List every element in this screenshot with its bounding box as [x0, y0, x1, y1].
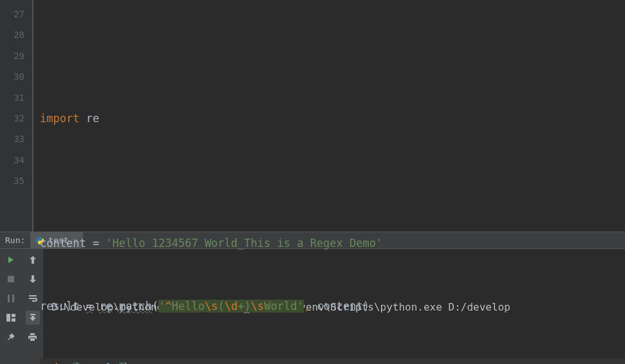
- string-literal: 'Hello 1234567 World_This is a Regex Dem…: [106, 237, 382, 250]
- code-line: [40, 46, 625, 66]
- line-gutter: 27 28 29 30 31 32 33 34 35: [0, 0, 32, 232]
- pin-button[interactable]: [4, 330, 18, 344]
- code-text: result: [40, 300, 86, 313]
- run-label: Run:: [0, 235, 30, 245]
- code-text: match: [119, 300, 152, 313]
- string-literal: (: [218, 300, 225, 313]
- identifier: re: [79, 112, 99, 125]
- string-literal: ': [158, 300, 165, 313]
- softwrap-button[interactable]: [26, 291, 40, 305]
- down-button[interactable]: [26, 272, 40, 286]
- keyword: import: [40, 112, 79, 125]
- line-number: 34: [0, 150, 24, 170]
- code-text: .: [113, 300, 119, 313]
- line-number: 30: [0, 66, 24, 87]
- escape-seq: \s: [205, 300, 218, 313]
- code-line: result = re.match('^Hello\s(\d+)\sWorld'…: [40, 296, 625, 316]
- string-literal: Hello: [172, 300, 205, 313]
- code-line: content = 'Hello 1234567 World_This is a…: [40, 233, 625, 253]
- svg-rect-1: [8, 295, 10, 302]
- print-button[interactable]: [26, 330, 40, 344]
- line-number: 29: [0, 46, 24, 66]
- line-number: 27: [0, 4, 24, 24]
- line-number: 32: [0, 108, 24, 129]
- run-actions-column: [0, 249, 22, 364]
- up-button[interactable]: [26, 253, 40, 267]
- code-text: (: [152, 300, 158, 313]
- svg-rect-2: [12, 295, 14, 302]
- code-text: =: [86, 300, 93, 313]
- string-literal: ): [244, 300, 250, 313]
- string-literal: World: [264, 300, 297, 313]
- punct: ,: [304, 300, 310, 313]
- line-number: 33: [0, 129, 24, 149]
- regex-anchor: ^: [165, 300, 172, 313]
- code-editor[interactable]: import re content = 'Hello 1234567 World…: [33, 0, 625, 232]
- rerun-button[interactable]: [4, 253, 18, 267]
- escape-seq: \d: [225, 300, 238, 313]
- stop-button[interactable]: [4, 272, 18, 286]
- code-line-current: print(result): [40, 358, 625, 364]
- svg-rect-0: [8, 276, 14, 282]
- svg-rect-4: [12, 314, 15, 317]
- code-text: content =: [40, 237, 106, 250]
- escape-seq: \s: [251, 300, 264, 313]
- code-text: content): [310, 300, 369, 313]
- code-text: re: [99, 300, 112, 313]
- svg-rect-5: [12, 318, 15, 322]
- scroll-to-end-button[interactable]: [26, 311, 40, 325]
- editor-area: 27 28 29 30 31 32 33 34 35 import re con…: [0, 0, 625, 232]
- layout-button[interactable]: [4, 311, 18, 325]
- string-literal: +: [238, 300, 244, 313]
- code-line: [40, 170, 625, 191]
- code-text: [93, 300, 99, 313]
- line-number: 35: [0, 170, 24, 191]
- string-literal: ': [297, 300, 303, 313]
- code-line: import re: [40, 108, 625, 129]
- line-number: 28: [0, 24, 24, 45]
- line-number: 31: [0, 87, 24, 108]
- pause-button[interactable]: [4, 291, 18, 305]
- svg-rect-3: [6, 314, 10, 322]
